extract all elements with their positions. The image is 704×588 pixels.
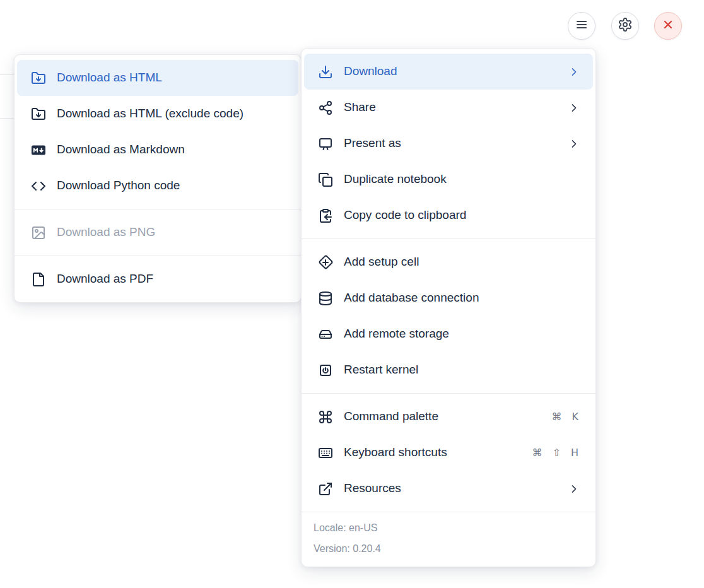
menu-item-download[interactable]: Download <box>304 54 593 90</box>
menu-item-label: Keyboard shortcuts <box>344 445 532 461</box>
menu-item-add-database-connection[interactable]: Add database connection <box>302 280 595 316</box>
menu-footer: Locale: en-US Version: 0.20.4 <box>302 512 595 567</box>
download-submenu: Download as HTML Download as HTML (exclu… <box>14 54 302 303</box>
menu-item-add-remote-storage[interactable]: Add remote storage <box>302 316 595 352</box>
menu-item-download-as-html-exclude-code[interactable]: Download as HTML (exclude code) <box>15 96 301 132</box>
keyboard-icon <box>318 445 333 461</box>
chevron-right-icon <box>568 66 580 78</box>
menu-item-label: Download as HTML (exclude code) <box>57 107 286 122</box>
markdown-icon <box>31 143 46 158</box>
gear-icon <box>618 17 633 35</box>
menu-item-download-as-html[interactable]: Download as HTML <box>17 60 298 96</box>
version-text: Version: 0.20.4 <box>302 538 595 559</box>
chevron-right-icon <box>568 102 580 114</box>
folder-down-icon <box>31 107 46 122</box>
hamburger-icon <box>574 17 589 35</box>
copy-icon <box>318 172 333 187</box>
code-icon <box>31 179 46 194</box>
menu-item-label: Add database connection <box>344 291 580 306</box>
chevron-right-icon <box>568 138 580 150</box>
menu-item-label: Download <box>344 64 568 79</box>
settings-button[interactable] <box>611 12 639 40</box>
menu-item-share[interactable]: Share <box>302 90 595 126</box>
background-divider <box>0 118 14 119</box>
menu-item-restart-kernel[interactable]: Restart kernel <box>302 352 595 388</box>
file-icon <box>31 272 46 287</box>
menu-item-label: Resources <box>344 481 568 497</box>
chevron-right-icon <box>568 483 580 495</box>
image-icon <box>31 225 46 240</box>
menu-item-add-setup-cell[interactable]: Add setup cell <box>302 244 595 280</box>
share-icon <box>318 100 333 115</box>
menu-item-label: Restart kernel <box>344 363 580 378</box>
hard-drive-icon <box>318 327 333 342</box>
menu-item-download-as-markdown[interactable]: Download as Markdown <box>15 132 301 168</box>
menu-item-download-as-pdf[interactable]: Download as PDF <box>15 261 301 297</box>
menu-item-present-as[interactable]: Present as <box>302 126 595 162</box>
background-divider <box>0 74 14 75</box>
menu-item-resources[interactable]: Resources <box>302 471 595 507</box>
menu-item-label: Download as PDF <box>57 272 286 287</box>
menu-item-label: Add setup cell <box>344 255 580 270</box>
external-link-icon <box>318 481 333 497</box>
menu-item-command-palette[interactable]: Command palette ⌘ K <box>302 399 595 435</box>
menu-item-label: Download as PNG <box>57 225 286 240</box>
menu-separator <box>302 238 595 239</box>
diamond-plus-icon <box>318 255 333 270</box>
menu-separator <box>15 256 301 256</box>
menu-item-copy-code-to-clipboard[interactable]: Copy code to clipboard <box>302 197 595 233</box>
menu-item-duplicate-notebook[interactable]: Duplicate notebook <box>302 162 595 197</box>
menu-item-label: Duplicate notebook <box>344 172 580 187</box>
command-icon <box>318 409 333 425</box>
menu-item-label: Download Python code <box>57 179 286 194</box>
clipboard-copy-icon <box>318 208 333 223</box>
menu-item-download-as-png[interactable]: Download as PNG <box>15 215 301 250</box>
menu-button[interactable] <box>568 12 595 40</box>
menu-item-label: Command palette <box>344 409 551 425</box>
power-icon <box>318 363 333 378</box>
folder-down-icon <box>31 71 46 86</box>
menu-item-label: Add remote storage <box>344 327 580 342</box>
menu-item-keyboard-shortcuts[interactable]: Keyboard shortcuts ⌘ ⇧ H <box>302 435 595 471</box>
menu-item-label: Share <box>344 100 568 115</box>
menu-separator <box>15 209 301 209</box>
presentation-icon <box>318 136 333 151</box>
database-icon <box>318 291 333 306</box>
menu-item-label: Copy code to clipboard <box>344 208 580 223</box>
close-icon <box>660 17 676 35</box>
close-button[interactable] <box>654 12 682 40</box>
menu-item-label: Download as Markdown <box>57 143 286 158</box>
menu-item-download-python-code[interactable]: Download Python code <box>15 168 301 204</box>
menu-separator <box>302 393 595 394</box>
shortcut-hint: ⌘ K <box>551 411 580 423</box>
menu-item-label: Present as <box>344 136 568 151</box>
locale-text: Locale: en-US <box>302 517 595 538</box>
shortcut-hint: ⌘ ⇧ H <box>532 447 580 459</box>
menu-item-label: Download as HTML <box>57 71 286 86</box>
notebook-menu: Download Share Present as Duplicate note… <box>301 48 596 567</box>
download-icon <box>318 64 333 79</box>
